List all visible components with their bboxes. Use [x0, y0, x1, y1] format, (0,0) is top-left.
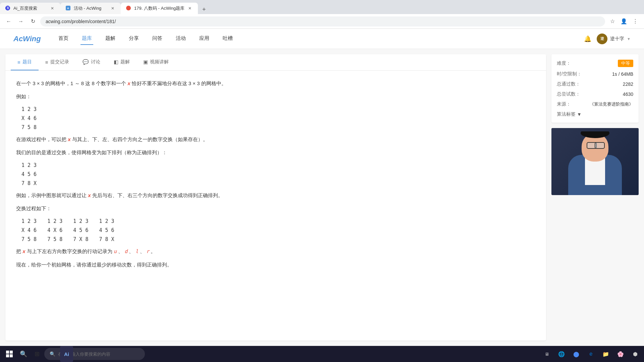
final-para: 现在，给你一个初始网格，请你通过最少的移动次数，得到正确排列。	[16, 260, 535, 269]
tab-icon-statement: ≡	[17, 59, 20, 65]
taskbar-terminal[interactable]: ⬢	[629, 348, 641, 360]
nav-apps[interactable]: 应用	[198, 33, 211, 45]
acwing-logo[interactable]: AcWing	[13, 35, 41, 43]
action-sep1: 、	[118, 248, 123, 254]
goal-desc: 我们的目的是通过交换，使得网格变为如下排列（称为正确排列）：	[16, 148, 535, 157]
taskbar-edge[interactable]: e	[585, 348, 597, 360]
reload-button[interactable]: ↻	[28, 17, 38, 26]
ex3-row3: 7 X 8	[73, 235, 88, 244]
tab-close-problem[interactable]: ✕	[187, 6, 193, 11]
difficulty-badge: 中等	[618, 60, 633, 67]
action-sep3: 、	[140, 248, 145, 254]
desc-intro: 在一个 3 × 3 的网格中，1 ～ 8 这 8 个数字和一个	[16, 80, 126, 86]
new-tab-button[interactable]: +	[199, 5, 209, 14]
bookmark-icon[interactable]: ☆	[608, 17, 617, 26]
action-d: d	[124, 248, 127, 254]
action-l: l	[136, 248, 139, 254]
sidebar-card-info: 难度： 中等 时/空限制： 1s / 64MB 总通过数： 2282 总尝试数：…	[551, 54, 639, 123]
video-overlay	[551, 128, 639, 195]
ai-label[interactable]: Ai	[60, 346, 73, 362]
nav-solutions[interactable]: 题解	[104, 33, 117, 45]
more-icon[interactable]: ⋮	[631, 17, 640, 26]
tab-bar: 百 Ai_百度搜索 ✕ A 活动 - AcWing ✕ 179. 八数码 - A…	[0, 0, 644, 14]
taskbar-task-view[interactable]: ⊞	[31, 348, 43, 360]
back-button[interactable]: ←	[4, 17, 13, 26]
address-bar-row: ← → ↻ ☆ 👤 ⋮	[0, 14, 644, 29]
action-x: x	[22, 248, 25, 254]
problem-tabs: ≡ 题目 ≡ 提交记录 💬 讨论 ◧ 题解	[5, 54, 546, 71]
exchange-grid-1: 1 2 3 X 4 6 7 5 8	[21, 217, 37, 244]
user-menu[interactable]: 逆 逆十字 ▼	[597, 34, 631, 44]
problem-body: 在一个 3 × 3 的网格中，1 ～ 8 这 8 个数字和一个 x 恰好不重不漏…	[5, 71, 546, 281]
video-bg	[551, 128, 639, 195]
ex2-row3: 7 5 8	[47, 235, 62, 244]
bell-icon[interactable]: 🔔	[584, 35, 591, 43]
tab-favicon-baidu: 百	[5, 6, 11, 11]
example-grid: 1 2 3 X 4 6 7 5 8	[21, 105, 535, 132]
sidebar: 难度： 中等 时/空限制： 1s / 64MB 总通过数： 2282 总尝试数：…	[551, 54, 639, 341]
taskbar-photos[interactable]: 🌸	[614, 348, 627, 360]
taskbar-files[interactable]: 📁	[600, 348, 612, 360]
sidebar-timelimit-row: 时/空限制： 1s / 64MB	[557, 71, 633, 77]
forward-button[interactable]: →	[16, 17, 25, 26]
username-label: 逆十字	[610, 36, 624, 42]
sidebar-totalpass-row: 总通过数： 2282	[557, 81, 633, 87]
exchange-grid-3: 1 2 3 4 5 6 7 X 8	[73, 217, 88, 244]
taskbar: 🔍 ⊞ 🔍 Ai 🖥 🌐 ⬤ e 📁 🌸 ⬢	[0, 346, 644, 362]
tab-icon-editorial: ◧	[114, 59, 118, 65]
taskbar-apps[interactable]: 🖥	[541, 348, 553, 360]
person-container	[565, 131, 625, 195]
nav-share[interactable]: 分享	[127, 33, 140, 45]
tab-favicon-activity: A	[66, 6, 71, 11]
tab-label-statement: 题目	[22, 59, 32, 65]
taskbar-search-icon2: 🔍	[50, 351, 55, 357]
totalpass-label: 总通过数：	[557, 81, 580, 87]
ex4-row2: 4 5 6	[99, 226, 114, 235]
sidebar-totaltry-row: 总尝试数： 4630	[557, 91, 633, 97]
nav-problems[interactable]: 题库	[80, 33, 93, 45]
desc-mid: 恰好不重不漏地分布在这 3 × 3 的网格中。	[132, 80, 226, 86]
sidebar-source-row: 来源： 《算法竞赛进阶指南》	[557, 101, 633, 107]
action-desc2: 与上下左右方向数字交换的行动记录为	[27, 248, 112, 254]
windows-logo	[6, 351, 13, 357]
profile-icon[interactable]: 👤	[619, 17, 629, 26]
tab-acwing-activity[interactable]: A 活动 - AcWing ✕	[60, 3, 121, 14]
nav-right: 🔔 逆 逆十字 ▼	[584, 34, 631, 44]
tab-editorial[interactable]: ◧ 题解	[107, 54, 137, 70]
tab-video[interactable]: ▣ 视频讲解	[137, 54, 175, 70]
user-avatar: 逆	[597, 34, 607, 44]
tab-problem-statement[interactable]: ≡ 题目	[11, 54, 39, 70]
taskbar-chrome[interactable]: ⬤	[570, 348, 582, 360]
action-r: r	[146, 248, 149, 254]
browser-window: 百 Ai_百度搜索 ✕ A 活动 - AcWing ✕ 179. 八数码 - A…	[0, 0, 644, 362]
timelimit-value: 1s / 64MB	[612, 71, 633, 77]
nav-qa[interactable]: 问答	[151, 33, 164, 45]
address-input[interactable]	[40, 16, 605, 26]
nav-rant[interactable]: 吐槽	[221, 33, 234, 45]
taskbar-search-bar[interactable]: 🔍	[44, 348, 145, 360]
tab-close-activity[interactable]: ✕	[110, 6, 115, 11]
action-para: 把 x 与上下左右方向数字交换的行动记录为 u 、 d 、 l 、 r 。	[16, 247, 535, 256]
nav-activity[interactable]: 活动	[174, 33, 187, 45]
tab-close-baidu[interactable]: ✕	[50, 6, 55, 11]
algo-tag[interactable]: 算法标签 ▼	[557, 111, 633, 117]
source-value: 《算法竞赛进阶指南》	[590, 101, 633, 107]
ex1-row2: X 4 6	[21, 226, 37, 235]
tab-problem[interactable]: 179. 八数码 - AcWing题库 ✕	[121, 3, 198, 14]
exchange-grid-2: 1 2 3 4 X 6 7 5 8	[47, 217, 62, 244]
start-button[interactable]	[3, 347, 16, 361]
dropdown-icon: ▼	[627, 37, 631, 41]
nav-home[interactable]: 首页	[57, 33, 70, 45]
exchange-grid-4: 1 2 3 4 5 6 7 8 X	[99, 217, 114, 244]
taskbar-search-icon[interactable]: 🔍	[17, 348, 30, 360]
ex3-row2: 4 5 6	[73, 226, 88, 235]
action-desc: 把	[16, 248, 21, 254]
example2-para: 例如，示例中图形就可以通过让 x 先后与右、下、右三个方向的数字交换成功得到正确…	[16, 191, 535, 200]
tab-discussion[interactable]: 💬 讨论	[76, 54, 107, 70]
taskbar-ie[interactable]: 🌐	[555, 348, 568, 360]
tab-baidu[interactable]: 百 Ai_百度搜索 ✕	[0, 3, 60, 14]
action-u: u	[114, 248, 117, 254]
ex2-row2: 4 X 6	[47, 226, 62, 235]
tab-submissions[interactable]: ≡ 提交记录	[39, 54, 76, 70]
ex3-row1: 1 2 3	[73, 217, 88, 226]
